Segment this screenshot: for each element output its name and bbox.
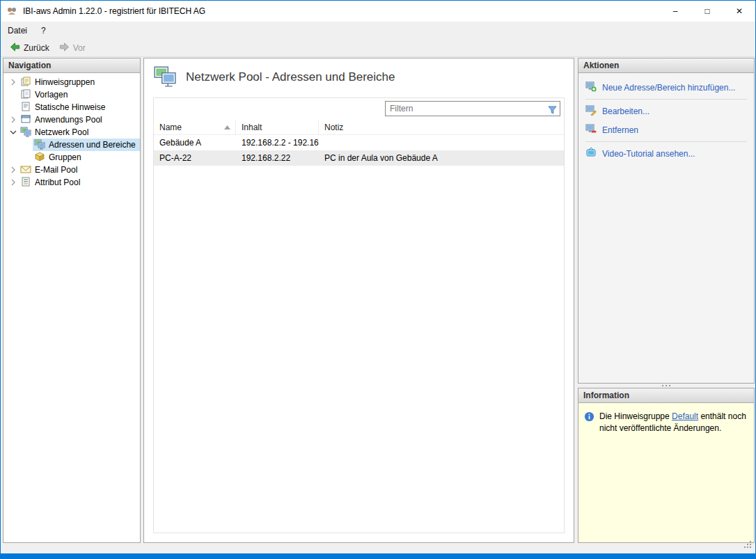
- chevron-right-icon[interactable]: [8, 179, 19, 186]
- column-label: Inhalt: [242, 123, 262, 132]
- navigation-header: Navigation: [3, 58, 140, 73]
- column-header-name[interactable]: Name: [154, 120, 236, 134]
- sidebar-item-label: Statische Hinweise: [35, 102, 105, 112]
- chevron-right-icon[interactable]: [8, 79, 19, 86]
- address-list-area: Name Inhalt Notiz Gebäude A 192.168.2.2 …: [153, 97, 565, 533]
- attribute-pool-icon: [20, 176, 31, 189]
- sidebar-item-email-pool[interactable]: E-Mail Pool: [3, 164, 140, 176]
- sidebar-item-label: Attribut Pool: [35, 178, 80, 187]
- back-button[interactable]: Zurück: [5, 40, 54, 56]
- sidebar-item-vorlagen[interactable]: Vorlagen: [3, 88, 140, 101]
- navigation-panel: Navigation Hinweisgruppen Vorlagen: [3, 58, 141, 543]
- info-message: Die Hinweisgruppe Default enthält noch n…: [599, 411, 748, 434]
- cell-inhalt: 192.168.2.22: [236, 153, 319, 163]
- remove-icon: [585, 123, 597, 136]
- window-title: IBI-aws Admin 1.22.0 - registriert für I…: [23, 6, 205, 16]
- add-address-icon: [585, 81, 597, 94]
- action-label: Neue Adresse/Bereich hinzufügen...: [602, 83, 735, 93]
- filter-input[interactable]: [385, 101, 560, 116]
- cell-notiz: PC in der Aula von Gebäude A: [319, 153, 564, 163]
- actions-separator: [585, 141, 747, 142]
- actions-header: Aktionen: [578, 58, 754, 73]
- sidebar-item-hinweisgruppen[interactable]: Hinweisgruppen: [3, 76, 140, 88]
- page-title: Netzwerk Pool - Adressen und Bereiche: [186, 70, 395, 84]
- edit-action[interactable]: Bearbeiten...: [580, 102, 753, 120]
- chevron-right-icon[interactable]: [8, 116, 19, 123]
- table-row[interactable]: Gebäude A 192.168.2.2 - 192.16...: [154, 135, 564, 150]
- sidebar-item-attribut-pool[interactable]: Attribut Pool: [3, 176, 140, 189]
- information-panel: Information Die Hinweisgruppe Default en…: [578, 388, 755, 543]
- cell-name: Gebäude A: [154, 138, 236, 148]
- sidebar-item-netzwerk-pool[interactable]: Netzwerk Pool: [3, 126, 140, 139]
- remove-action[interactable]: Entfernen: [580, 120, 753, 139]
- actions-panel: Aktionen Neue Adresse/Bereich hinzufügen…: [578, 58, 755, 384]
- sidebar-item-label: Gruppen: [49, 152, 81, 162]
- window-bottom-border: [1, 553, 755, 558]
- column-label: Name: [159, 123, 182, 132]
- filter-funnel-icon[interactable]: [548, 104, 557, 117]
- info-icon: [584, 411, 594, 434]
- titlebar: IBI-aws Admin 1.22.0 - registriert für I…: [1, 1, 755, 22]
- sidebar-item-label: Adressen und Bereiche: [49, 140, 136, 150]
- action-label: Bearbeiten...: [602, 107, 649, 116]
- application-pool-icon: [20, 113, 31, 127]
- window-controls: – □ ✕: [659, 1, 755, 22]
- email-pool-icon: [20, 164, 31, 177]
- sort-ascending-icon: [224, 125, 230, 129]
- forward-arrow-icon: [59, 42, 70, 54]
- sidebar-item-label: Vorlagen: [35, 90, 68, 100]
- sidebar-item-label: Netzwerk Pool: [35, 127, 88, 137]
- menu-help[interactable]: ?: [34, 22, 53, 39]
- toolbar: Zurück Vor: [1, 40, 755, 57]
- column-header-inhalt[interactable]: Inhalt: [236, 120, 319, 134]
- forward-button-label: Vor: [73, 43, 86, 53]
- edit-icon: [585, 104, 597, 118]
- chevron-down-icon[interactable]: [8, 129, 19, 136]
- information-header: Information: [578, 388, 754, 403]
- sidebar-item-label: E-Mail Pool: [35, 165, 77, 175]
- sidebar-item-label: Hinweisgruppen: [35, 77, 95, 87]
- maximize-button[interactable]: □: [691, 1, 723, 22]
- video-tutorial-action[interactable]: Video-Tutorial ansehen...: [580, 144, 753, 163]
- column-label: Notiz: [324, 123, 343, 132]
- column-header-notiz[interactable]: Notiz: [319, 120, 564, 134]
- add-address-action[interactable]: Neue Adresse/Bereich hinzufügen...: [580, 78, 753, 97]
- network-pool-icon: [153, 64, 177, 90]
- forward-button[interactable]: Vor: [54, 40, 90, 56]
- info-text-before: Die Hinweisgruppe: [599, 411, 672, 421]
- close-button[interactable]: ✕: [723, 1, 755, 22]
- table-header: Name Inhalt Notiz: [154, 120, 564, 135]
- sidebar-item-statische-hinweise[interactable]: Statische Hinweise: [3, 101, 140, 113]
- minimize-button[interactable]: –: [659, 1, 691, 22]
- app-window: IBI-aws Admin 1.22.0 - registriert für I…: [0, 0, 756, 559]
- chevron-right-icon[interactable]: [8, 166, 19, 173]
- menubar: Datei ?: [1, 22, 755, 40]
- hint-groups-icon: [20, 76, 31, 89]
- templates-icon: [20, 88, 31, 102]
- menu-datei[interactable]: Datei: [1, 22, 34, 39]
- groups-icon: [34, 151, 45, 164]
- table-row[interactable]: PC-A-22 192.168.2.22 PC in der Aula von …: [154, 150, 564, 166]
- actions-separator: [585, 99, 747, 100]
- cell-name: PC-A-22: [154, 153, 236, 163]
- main-panel: Netzwerk Pool - Adressen und Bereiche Na…: [143, 58, 574, 543]
- addresses-icon: [34, 139, 45, 152]
- default-group-link[interactable]: Default: [672, 411, 698, 421]
- action-label: Video-Tutorial ansehen...: [602, 149, 695, 159]
- action-label: Entfernen: [602, 125, 638, 135]
- sidebar-item-anwendungs-pool[interactable]: Anwendungs Pool: [3, 113, 140, 126]
- network-pool-icon: [20, 126, 31, 139]
- sidebar-item-gruppen[interactable]: Gruppen: [3, 151, 140, 164]
- video-tutorial-icon: [585, 147, 597, 160]
- back-arrow-icon: [10, 42, 20, 54]
- resize-grip[interactable]: [743, 539, 752, 551]
- sidebar-item-label: Anwendungs Pool: [35, 115, 102, 125]
- navigation-tree: Hinweisgruppen Vorlagen Statische Hinwei…: [3, 73, 140, 189]
- filter-row: [154, 98, 564, 120]
- back-button-label: Zurück: [24, 43, 49, 53]
- cell-inhalt: 192.168.2.2 - 192.16...: [236, 138, 319, 148]
- sidebar-item-adressen-und-bereiche[interactable]: Adressen und Bereiche: [3, 139, 140, 151]
- app-icon: [6, 6, 17, 17]
- filter-box: [385, 101, 560, 116]
- static-hints-icon: [20, 101, 31, 114]
